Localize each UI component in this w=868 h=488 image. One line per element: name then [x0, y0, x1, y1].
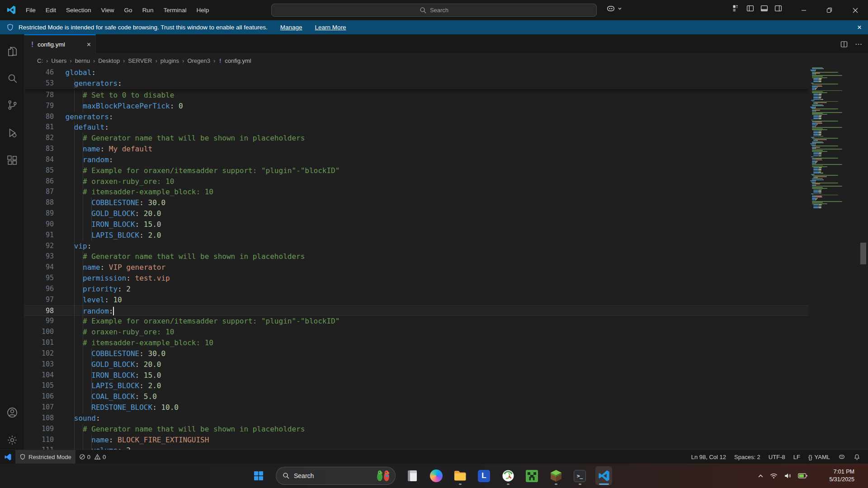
code-line[interactable]: 79maxBlockPlacePerTick: 0	[24, 101, 808, 112]
eol-status[interactable]: LF	[789, 450, 804, 464]
code-line[interactable]: 78# Set to 0 to disable	[24, 90, 808, 101]
line-number[interactable]: 98	[24, 306, 54, 317]
line-number[interactable]: 86	[24, 176, 54, 187]
code-line[interactable]: 97level: 10	[24, 295, 808, 305]
code-line[interactable]: 103GOLD_BLOCK: 20.0	[24, 359, 808, 370]
code-line[interactable]: 106COAL_BLOCK: 5.0	[24, 391, 808, 402]
code-line[interactable]: 107REDSTONE_BLOCK: 10.0	[24, 402, 808, 413]
customize-layout-icon[interactable]	[732, 5, 740, 12]
line-number[interactable]: 85	[24, 165, 54, 176]
line-number[interactable]: 91	[24, 230, 54, 241]
menu-file[interactable]: File	[21, 0, 41, 20]
terminal-app-icon[interactable]: >_	[571, 466, 588, 485]
breadcrumb-item[interactable]: plugins	[160, 57, 179, 64]
code-line[interactable]: 87# itemsadder-example_block: 10	[24, 187, 808, 197]
line-number[interactable]: 105	[24, 380, 54, 391]
restricted-mode-status[interactable]: Restricted Mode	[15, 450, 75, 464]
line-number[interactable]: 82	[24, 133, 54, 144]
line-number[interactable]: 46	[24, 67, 54, 78]
menu-go[interactable]: Go	[119, 0, 137, 20]
tab-config-yml[interactable]: ! config.yml ×	[24, 34, 96, 54]
line-number[interactable]: 90	[24, 219, 54, 230]
code-line[interactable]: 95permission: test.vip	[24, 273, 808, 284]
notes-app-icon[interactable]	[404, 466, 420, 485]
code-line[interactable]: 99# Example for oraxen/itemsadder suppor…	[24, 316, 808, 327]
code-line[interactable]: 93# Generator name that will be shown in…	[24, 251, 808, 262]
code-line[interactable]: 88COBBLESTONE: 30.0	[24, 197, 808, 208]
libreoffice-icon[interactable]: L	[476, 466, 492, 485]
code-line[interactable]: 96priority: 2	[24, 284, 808, 295]
line-number[interactable]: 97	[24, 295, 54, 305]
code-line[interactable]: 98random:	[24, 305, 808, 316]
menu-edit[interactable]: Edit	[41, 0, 61, 20]
minimap[interactable]	[808, 67, 858, 450]
toggle-panel-icon[interactable]	[760, 5, 768, 12]
close-window-button[interactable]	[842, 0, 868, 20]
line-number[interactable]: 111	[24, 445, 54, 450]
taskbar-search[interactable]: Search	[276, 467, 396, 485]
editor-actions-more-icon[interactable]: ⋯	[855, 40, 863, 48]
run-debug-icon[interactable]	[0, 124, 24, 142]
line-number[interactable]: 96	[24, 284, 54, 295]
breadcrumb-item[interactable]: Users	[51, 57, 66, 64]
taskbar-clock[interactable]: 7:01 PM 5/31/2025	[829, 464, 854, 488]
code-line[interactable]: 102COBBLESTONE: 30.0	[24, 348, 808, 359]
breadcrumb-item[interactable]: Desktop	[98, 57, 120, 64]
line-number[interactable]: 87	[24, 187, 54, 197]
indentation-status[interactable]: Spaces: 2	[730, 450, 764, 464]
toggle-secondary-sidebar-icon[interactable]	[774, 5, 782, 12]
code-line[interactable]: 94name: VIP generator	[24, 262, 808, 273]
language-mode-status[interactable]: {}YAML	[804, 450, 834, 464]
line-number[interactable]: 81	[24, 122, 54, 133]
menu-selection[interactable]: Selection	[61, 0, 96, 20]
code-line[interactable]: 90IRON_BLOCK: 15.0	[24, 219, 808, 230]
vertical-scrollbar-thumb[interactable]	[860, 243, 866, 264]
code-line[interactable]: 82# Generator name that will be shown in…	[24, 133, 808, 144]
code-line[interactable]: 110name: BLOCK_FIRE_EXTINGUISH	[24, 435, 808, 446]
code-line[interactable]: 81default:	[24, 122, 808, 133]
battery-charging-icon[interactable]	[798, 472, 807, 479]
line-number[interactable]: 106	[24, 391, 54, 402]
media-app-icon[interactable]	[500, 466, 516, 485]
line-number[interactable]: 94	[24, 262, 54, 273]
breadcrumb-item[interactable]: SERVER	[128, 57, 152, 64]
line-number[interactable]: 99	[24, 316, 54, 327]
breadcrumb-file[interactable]: config.yml	[225, 57, 251, 64]
breadcrumb-item[interactable]: bernu	[75, 57, 90, 64]
line-number[interactable]: 103	[24, 359, 54, 370]
breadcrumb-item[interactable]: Oregen3	[187, 57, 210, 64]
explorer-icon[interactable]	[0, 42, 24, 61]
file-explorer-icon[interactable]	[452, 466, 468, 485]
line-number[interactable]: 78	[24, 90, 54, 101]
line-number[interactable]: 101	[24, 338, 54, 348]
speaker-icon[interactable]	[784, 472, 792, 479]
tab-close-icon[interactable]: ×	[87, 41, 91, 48]
code-line[interactable]: 84random:	[24, 155, 808, 165]
toggle-primary-sidebar-icon[interactable]	[746, 5, 754, 12]
start-button[interactable]	[252, 469, 265, 482]
banner-close-icon[interactable]: ×	[857, 23, 862, 32]
sticky-scroll[interactable]: 46global:53generators:	[24, 67, 808, 89]
line-number[interactable]: 107	[24, 402, 54, 413]
search-sidebar-icon[interactable]	[0, 69, 24, 87]
menu-help[interactable]: Help	[191, 0, 214, 20]
code-line[interactable]: 91LAPIS_BLOCK: 2.0	[24, 230, 808, 241]
copilot-menu[interactable]	[606, 4, 622, 14]
minecraft-grass-icon[interactable]	[547, 466, 564, 485]
menu-run[interactable]: Run	[137, 0, 159, 20]
code-line[interactable]: 46global:	[24, 67, 808, 78]
line-number[interactable]: 53	[24, 78, 54, 89]
cursor-position-status[interactable]: Ln 98, Col 12	[687, 450, 730, 464]
encoding-status[interactable]: UTF-8	[764, 450, 789, 464]
split-editor-icon[interactable]	[840, 41, 848, 48]
line-number[interactable]: 92	[24, 241, 54, 252]
code-line[interactable]: 92vip:	[24, 241, 808, 252]
line-number[interactable]: 104	[24, 370, 54, 381]
code-line[interactable]: 89GOLD_BLOCK: 20.0	[24, 208, 808, 219]
code-line[interactable]: 109# Generator name that will be shown i…	[24, 424, 808, 435]
line-number[interactable]: 84	[24, 155, 54, 165]
tray-expand-chevron-icon[interactable]	[758, 473, 764, 479]
line-number[interactable]: 102	[24, 348, 54, 359]
line-number[interactable]: 93	[24, 251, 54, 262]
manage-link[interactable]: Manage	[280, 24, 302, 31]
